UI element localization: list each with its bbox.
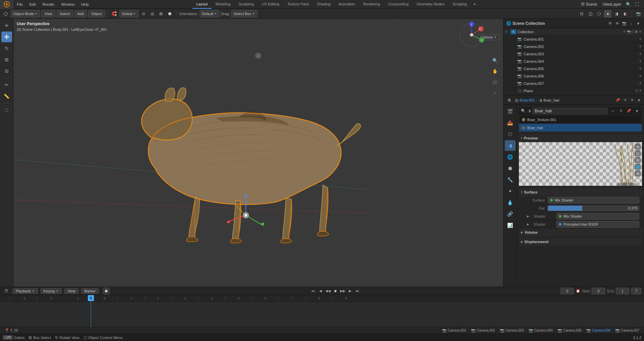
workspace-layout[interactable]: Layout (193, 0, 212, 9)
surface-shader-dropdown[interactable]: Mix Shader (548, 197, 639, 204)
outliner-render-icon[interactable]: 📷 (621, 20, 627, 26)
outliner-hide-icon[interactable]: ▼ (635, 20, 641, 26)
displacement-section[interactable]: ▶ Displacement (519, 238, 642, 246)
playback-btn[interactable]: Playback ▼ (13, 288, 38, 294)
fac-slider[interactable]: 0.379 (548, 205, 639, 212)
viewport-3d[interactable]: User Perspective (0) Scene Collection | … (13, 19, 503, 287)
select-btn[interactable]: Select (57, 10, 73, 17)
mode-dropdown[interactable]: Object Mode ▼ (11, 10, 40, 17)
workspace-uv-editing[interactable]: UV Editing (258, 0, 283, 9)
vis-hide[interactable]: ⬟ (635, 30, 638, 34)
workspace-scripting[interactable]: Scripting (448, 0, 471, 9)
snap-icon2[interactable]: ⊞ (157, 10, 165, 17)
breadcrumb-material[interactable]: Boar_hair (543, 98, 559, 102)
outliner-item-camera004[interactable]: 📷 Camera.004 ▼ (503, 58, 644, 65)
mat-new-icon[interactable]: + (610, 108, 616, 114)
vis-check[interactable]: ▼ (639, 30, 642, 34)
mat-expand-icon[interactable]: ▼ (634, 108, 640, 114)
props-tab-world[interactable]: 🌐 (505, 152, 516, 162)
material-item-boar-hair[interactable]: Boar_hair (519, 124, 642, 132)
props-history-icon[interactable]: ↺ (622, 97, 628, 103)
preview-plane-icon[interactable]: ⬡ (635, 150, 641, 156)
timeline-view-btn[interactable]: View (64, 288, 78, 294)
keying-btn[interactable]: Keying ▼ (41, 288, 62, 294)
menu-edit[interactable]: Edit (26, 0, 39, 9)
preview-section-header[interactable]: ▾ Preview (519, 134, 642, 142)
material-icon[interactable]: ◑ (613, 10, 620, 17)
workspace-texture-paint[interactable]: Texture Paint (283, 0, 313, 9)
props-tab-render[interactable]: 🎬 (505, 106, 516, 117)
marker-camera007[interactable]: 📷 Camera.007 (613, 328, 641, 333)
tool-add-cube[interactable]: □ (1, 105, 12, 115)
props-tab-material[interactable]: ◑ (505, 140, 516, 151)
breadcrumb-object[interactable]: Body.001 (520, 98, 535, 102)
vis-eye[interactable]: 👁 (623, 30, 626, 34)
tool-transform[interactable]: ⊟ (1, 66, 12, 76)
props-tab-object[interactable]: ⬟ (505, 163, 516, 174)
preview-world-icon[interactable]: 🌐 (635, 164, 641, 170)
timeline-editor-type[interactable]: ⏱ (3, 287, 10, 295)
material-item-boar-texture[interactable]: Boar_Texture.001 (519, 116, 642, 124)
props-pin-icon[interactable]: 📌 (615, 97, 621, 103)
record-btn[interactable]: ⏺ (103, 287, 110, 295)
props-tab-view-layer[interactable]: ⬡ (505, 129, 516, 139)
tool-scale[interactable]: ⊞ (1, 54, 12, 65)
marker-camera002[interactable]: 📷 Camera.002 (469, 328, 497, 333)
start-frame-input[interactable] (592, 288, 605, 294)
menu-render[interactable]: Render (39, 0, 58, 9)
preview-resize-icon[interactable]: ⊞ (635, 157, 641, 163)
workspace-shading[interactable]: Shading (313, 0, 334, 9)
outliner-item-camera002[interactable]: 📷 Camera.002 ▼ (503, 43, 644, 50)
view-btn[interactable]: View (41, 10, 55, 17)
volume-section[interactable]: ▶ Volume (519, 228, 642, 236)
shader2-dropdown[interactable]: Principled Hair BSDF (556, 221, 639, 228)
add-workspace-btn[interactable]: + (471, 1, 478, 8)
workspace-sculpting[interactable]: Sculpting (234, 0, 258, 9)
search-btn[interactable]: 🔍 (625, 1, 632, 8)
wireframe-icon[interactable]: ⬡ (595, 10, 603, 17)
props-tab-output[interactable]: 📤 (505, 117, 516, 128)
workspace-animation[interactable]: Animation (334, 0, 359, 9)
outliner-vis-icon[interactable]: 👁 (614, 20, 620, 26)
camera-view-icon[interactable]: 📷 (635, 10, 642, 17)
material-name-input[interactable] (532, 108, 608, 114)
transform-dropdown[interactable]: Global ▼ (119, 10, 139, 17)
marker-camera001[interactable]: 📷 Camera.001 (440, 328, 468, 333)
menu-help[interactable]: Help (78, 0, 92, 9)
zoom-in-btn[interactable]: 🔍 (490, 56, 500, 65)
camera-perspective-btn[interactable]: 🎥 (490, 77, 500, 87)
menu-window[interactable]: Window (58, 0, 78, 9)
pan-btn[interactable]: ✋ (490, 66, 500, 76)
nav-gizmo[interactable]: X Y Z (458, 21, 485, 48)
stop-btn[interactable]: ■ (332, 288, 338, 294)
props-tab-particles[interactable]: ✦ (505, 186, 516, 196)
tool-rotate[interactable]: ↻ (1, 43, 12, 54)
overlay-icon[interactable]: ⊡ (578, 10, 585, 17)
end-frame-input[interactable] (616, 288, 629, 294)
outliner-item-plane[interactable]: ⬡ Plane ⊟ ▼ (503, 87, 644, 95)
props-editor-type[interactable]: ⚙ (505, 97, 513, 104)
render-preview-btn[interactable]: ○ (490, 88, 500, 97)
fullscreen-btn[interactable]: ⛶ (633, 1, 641, 8)
rendered-icon[interactable]: ◐ (622, 10, 629, 17)
shader1-dropdown[interactable]: Mix Shader (556, 213, 639, 220)
menu-file[interactable]: File (13, 0, 26, 9)
tool-cursor[interactable]: ✛ (1, 20, 12, 31)
marker-camera003[interactable]: 📷 Camera.003 (498, 328, 526, 333)
tool-annotate[interactable]: ✏ (1, 79, 12, 90)
vis-camera[interactable]: 📷 (627, 30, 631, 34)
marker-camera005[interactable]: 📷 Camera.005 (555, 328, 584, 333)
marker-camera004[interactable]: 📷 Camera.004 (527, 328, 555, 333)
tool-measure[interactable]: 📏 (1, 91, 12, 102)
outliner-item-camera003[interactable]: 📷 Camera.003 ▼ (503, 50, 644, 58)
workspace-compositing[interactable]: Compositing (384, 0, 413, 9)
marker-f00[interactable]: 📍 F_00 (3, 328, 20, 333)
status-context-menu[interactable]: ⬡ Object Context Menu (84, 335, 123, 340)
preview-canvas[interactable]: ● ⬡ ⊞ 🌐 ⚙ (519, 142, 642, 186)
solid-icon[interactable]: ● (604, 10, 611, 17)
app-icon[interactable] (0, 0, 13, 9)
prev-frame-btn[interactable]: ◀ (318, 288, 324, 294)
props-close-icon[interactable]: ✕ (629, 97, 635, 103)
props-tab-data[interactable]: 📊 (505, 220, 516, 231)
workspace-rendering[interactable]: Rendering (359, 0, 384, 9)
